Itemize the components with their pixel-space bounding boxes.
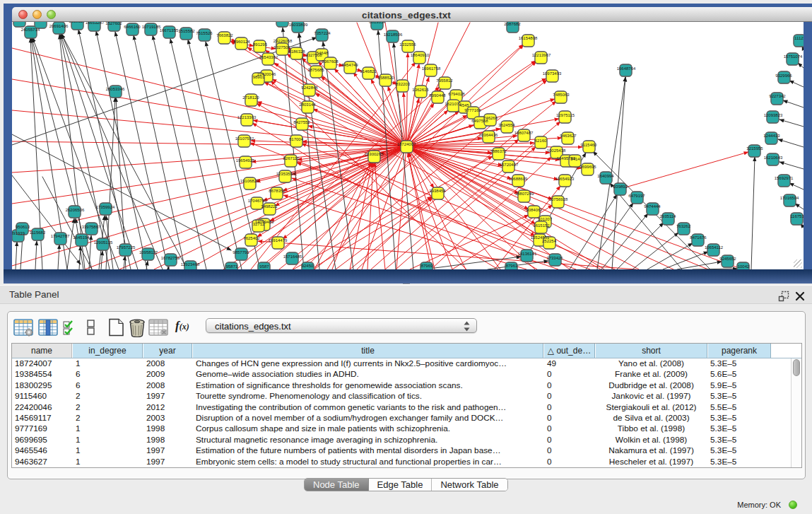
svg-text:8471676: 8471676: [690, 235, 707, 240]
svg-text:18724007: 18724007: [397, 142, 416, 146]
svg-text:9777169: 9777169: [464, 108, 481, 112]
svg-text:16033809: 16033809: [289, 23, 308, 27]
svg-text:12353594: 12353594: [276, 172, 295, 176]
svg-text:9146821: 9146821: [360, 69, 377, 74]
svg-text:2718120: 2718120: [242, 95, 259, 100]
svg-text:12923468: 12923468: [181, 262, 200, 267]
svg-text:10688609: 10688609: [509, 177, 528, 181]
svg-text:95871: 95871: [226, 264, 238, 269]
svg-text:763262: 763262: [676, 224, 691, 228]
svg-text:87961: 87961: [506, 264, 518, 268]
svg-text:26053346: 26053346: [106, 87, 125, 91]
svg-text:1362615: 1362615: [412, 88, 429, 92]
svg-text:1640994: 1640994: [597, 174, 614, 178]
svg-text:18640910: 18640910: [411, 53, 430, 57]
svg-text:8813054: 8813054: [369, 22, 386, 24]
svg-text:10958117: 10958117: [139, 250, 158, 255]
svg-text:9587: 9587: [259, 264, 269, 269]
svg-text:1938454: 1938454: [429, 189, 446, 193]
svg-text:9084067: 9084067: [526, 208, 543, 212]
svg-text:1733426: 1733426: [546, 256, 563, 260]
svg-text:8414: 8414: [570, 157, 580, 161]
svg-text:7485063: 7485063: [553, 93, 570, 97]
svg-text:8678352: 8678352: [269, 189, 286, 193]
svg-text:1645194: 1645194: [73, 235, 90, 240]
svg-text:24055714: 24055714: [21, 28, 40, 32]
svg-text:3875685: 3875685: [307, 68, 324, 72]
svg-text:9245652: 9245652: [719, 257, 736, 261]
svg-text:8267110: 8267110: [283, 156, 300, 160]
svg-text:16961758: 16961758: [422, 66, 441, 71]
svg-text:8454749: 8454749: [341, 63, 358, 67]
svg-text:1515582: 1515582: [178, 29, 195, 33]
svg-text:16782759: 16782759: [161, 256, 180, 260]
svg-text:9474444: 9474444: [644, 204, 661, 209]
svg-text:16671355: 16671355: [160, 28, 179, 33]
svg-text:10042: 10042: [738, 264, 750, 269]
svg-text:8427552: 8427552: [293, 120, 310, 124]
svg-text:116753: 116753: [790, 214, 804, 218]
svg-text:14136141: 14136141: [518, 252, 537, 256]
svg-text:939892: 939892: [613, 185, 628, 189]
svg-text:15751074: 15751074: [784, 54, 803, 59]
svg-text:17942787: 17942787: [51, 234, 70, 238]
svg-text:16543362: 16543362: [259, 55, 278, 59]
svg-text:8990448: 8990448: [429, 93, 446, 98]
svg-text:391939: 391939: [12, 231, 25, 235]
svg-text:832203: 832203: [396, 82, 411, 86]
svg-text:10756928: 10756928: [549, 197, 568, 201]
svg-text:33975867: 33975867: [82, 225, 101, 229]
svg-text:62160: 62160: [535, 139, 547, 143]
svg-text:20364436: 20364436: [479, 133, 498, 137]
svg-text:746266: 746266: [483, 116, 498, 120]
svg-text:2935114: 2935114: [660, 214, 677, 218]
svg-text:16648764: 16648764: [617, 66, 636, 71]
svg-text:3624554: 3624554: [498, 123, 515, 127]
svg-text:12093823: 12093823: [764, 113, 783, 117]
svg-text:16653287: 16653287: [86, 22, 105, 25]
svg-text:2087682: 2087682: [504, 22, 521, 26]
svg-text:26300265: 26300265: [365, 152, 384, 156]
svg-text:9329966: 9329966: [775, 74, 792, 78]
svg-text:17046795: 17046795: [248, 199, 267, 203]
svg-text:12905135: 12905135: [94, 240, 113, 245]
svg-text:2367608: 2367608: [322, 59, 339, 64]
svg-text:9699695: 9699695: [579, 165, 596, 169]
svg-text:4545: 4545: [459, 103, 469, 107]
svg-text:10973493: 10973493: [543, 71, 562, 76]
svg-text:1244413: 1244413: [763, 134, 780, 138]
svg-text:101207: 101207: [538, 217, 553, 221]
svg-text:7886372: 7886372: [490, 149, 507, 153]
svg-text:8186328: 8186328: [288, 49, 305, 54]
svg-text:3498222: 3498222: [261, 204, 278, 209]
svg-text:1527602: 1527602: [105, 22, 122, 25]
svg-text:19218506: 19218506: [384, 33, 403, 37]
svg-text:9463627: 9463627: [560, 134, 577, 138]
svg-text:15720407: 15720407: [500, 163, 519, 167]
svg-text:7663822: 7663822: [216, 33, 233, 37]
svg-text:10654112: 10654112: [705, 245, 724, 250]
svg-text:16210643: 16210643: [764, 156, 783, 160]
svg-text:12213967: 12213967: [532, 53, 551, 57]
svg-text:18807249: 18807249: [515, 192, 534, 196]
svg-text:10107552: 10107552: [235, 136, 254, 141]
svg-text:20691406: 20691406: [49, 24, 69, 28]
svg-text:1058527: 1058527: [69, 22, 86, 23]
svg-text:12213363: 12213363: [237, 115, 257, 119]
svg-text:10025438: 10025438: [547, 148, 566, 153]
svg-text:1332556: 1332556: [399, 42, 416, 47]
svg-text:23226058: 23226058: [273, 39, 293, 43]
svg-text:9857791: 9857791: [233, 250, 249, 255]
svg-text:16914479: 16914479: [269, 238, 288, 243]
svg-text:10719185: 10719185: [142, 25, 161, 29]
svg-text:817004: 817004: [289, 137, 304, 141]
svg-text:1588520: 1588520: [377, 76, 394, 80]
svg-text:891295: 891295: [253, 42, 268, 47]
svg-text:92450: 92450: [302, 264, 314, 268]
svg-text:15716485: 15716485: [283, 255, 302, 259]
svg-text:17359924: 17359924: [96, 205, 115, 209]
svg-text:10807487: 10807487: [514, 131, 534, 135]
svg-text:6794028: 6794028: [448, 92, 465, 96]
svg-text:17957225: 17957225: [117, 245, 136, 250]
svg-text:26206506: 26206506: [66, 208, 85, 212]
